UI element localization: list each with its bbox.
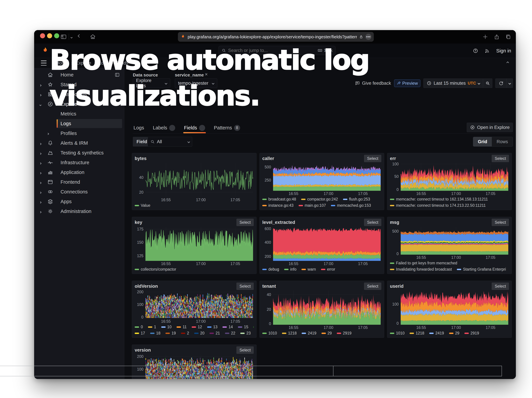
select-button[interactable]: Select — [492, 155, 509, 162]
legend-item[interactable]: flush.go:253 — [343, 197, 370, 201]
sidebar-item-alerts-irm[interactable]: Alerts & IRM — [34, 138, 124, 148]
legend-item[interactable]: 10 — [161, 325, 172, 329]
sidebar-item-profiles[interactable]: Profiles — [34, 128, 124, 138]
time-range-picker[interactable]: Last 15 minutes UTC — [423, 79, 483, 88]
select-button[interactable]: Select — [236, 283, 254, 290]
legend-item[interactable]: warn — [302, 267, 316, 272]
breadcrumb-home[interactable]: Home — [56, 61, 68, 66]
sidebar-item-application[interactable]: Application — [34, 168, 124, 177]
window-close-button[interactable] — [40, 33, 45, 38]
select-button[interactable]: Select — [236, 219, 254, 226]
tab-patterns[interactable]: Patterns8 — [213, 122, 241, 133]
legend-item[interactable]: 1 — [148, 325, 156, 329]
legend-item[interactable]: broadcast.go:48 — [262, 197, 296, 201]
zoom-out-button[interactable] — [483, 79, 492, 88]
legend-item[interactable]: 16 — [253, 325, 254, 329]
give-feedback-button[interactable]: Give feedback — [355, 81, 391, 86]
legend-item[interactable]: 13 — [207, 325, 218, 329]
help-icon[interactable] — [473, 48, 478, 54]
legend-item[interactable]: 0 — [135, 325, 143, 329]
legend-item[interactable]: instance.go:43 — [262, 203, 294, 208]
select-button[interactable]: Select — [492, 219, 509, 226]
sidebar-item-logs[interactable]: Logs — [34, 119, 124, 128]
legend-item[interactable]: Failed to get keys from memcached — [390, 261, 457, 265]
legend-item[interactable]: 19 — [165, 331, 176, 336]
legend-item[interactable]: compactor.go:242 — [301, 197, 338, 201]
refresh-interval-button[interactable] — [507, 79, 513, 88]
tab-logs[interactable]: Logs — [133, 122, 145, 133]
collapse-icon[interactable] — [507, 61, 510, 65]
open-in-explore-button[interactable]: Open in Explore — [467, 123, 513, 132]
legend-item[interactable]: 15 — [238, 325, 248, 329]
legend-item[interactable]: memcache: connect timeout to 174.213.22.… — [390, 203, 486, 208]
legend-item[interactable]: error — [321, 267, 335, 272]
sign-in-button[interactable]: Sign in — [496, 48, 511, 54]
legend-item[interactable]: 12 — [192, 325, 202, 329]
address-bar[interactable]: play.grafana.org/a/grafana-lokiexplore-a… — [178, 32, 374, 42]
service-name-select[interactable]: tempo-ingester — [175, 79, 217, 88]
share-icon[interactable] — [494, 34, 500, 40]
legend-item[interactable]: debug — [262, 267, 279, 272]
menu-icon[interactable] — [41, 61, 47, 66]
select-button[interactable]: Select — [492, 283, 509, 290]
sidebar-item-infrastructure[interactable]: Infrastructure — [34, 158, 124, 168]
field-search-select[interactable]: All — [148, 137, 192, 147]
select-button[interactable]: Select — [364, 219, 381, 226]
tab-labels[interactable]: Labels — [152, 122, 176, 133]
browser-sidebar-icon[interactable] — [60, 34, 67, 40]
legend-item[interactable]: Starting Grafana Enterpri — [457, 267, 506, 272]
legend-item[interactable]: main.go:107 — [299, 203, 326, 208]
breadcrumb-fields[interactable]: Fields — [116, 61, 128, 66]
url-more-icon[interactable]: ••• — [365, 34, 371, 40]
legend-item[interactable]: 21 — [209, 331, 220, 336]
view-option-grid[interactable]: Grid — [473, 137, 492, 146]
legend-item[interactable]: 1218 — [282, 331, 297, 336]
tab-overview-icon[interactable] — [505, 34, 511, 40]
legend-item[interactable]: collectors/compactor — [135, 267, 176, 272]
tab-fields[interactable]: Fields — [183, 122, 206, 133]
legend-item[interactable]: 23 — [240, 331, 251, 336]
legend-item[interactable]: 2 — [181, 331, 189, 336]
select-button[interactable]: Select — [236, 346, 254, 354]
legend-item[interactable]: memcached.go:153 — [331, 203, 371, 208]
legend-item[interactable]: 14 — [222, 325, 233, 329]
window-minimize-button[interactable] — [47, 33, 52, 38]
legend-item[interactable]: 22 — [225, 331, 235, 336]
select-button[interactable]: Select — [364, 155, 381, 162]
legend-item[interactable]: 20 — [194, 331, 205, 336]
sidebar-item-apps[interactable]: Apps — [34, 197, 124, 206]
sidebar-chevron-icon[interactable] — [71, 36, 72, 39]
refresh-button[interactable] — [495, 79, 507, 88]
sidebar-item-administration[interactable]: Administration — [34, 206, 124, 216]
sidebar-item-starred[interactable]: Starred — [34, 80, 124, 89]
legend-item[interactable]: Value — [135, 203, 150, 208]
new-tab-icon[interactable] — [482, 34, 488, 40]
sidebar-item-metrics[interactable]: Metrics — [34, 109, 124, 119]
legend-item[interactable]: info — [284, 267, 297, 272]
grafana-logo-icon[interactable] — [41, 47, 49, 55]
back-icon[interactable] — [78, 35, 81, 38]
breadcrumb-logs[interactable]: Logs — [99, 61, 109, 66]
search-input[interactable] — [228, 48, 316, 53]
sidebar-item-dashboards[interactable]: Dashboards — [34, 89, 124, 99]
legend-item[interactable]: 1010 — [262, 331, 277, 336]
select-button[interactable]: Select — [364, 283, 381, 290]
browser-home-icon[interactable] — [90, 33, 96, 40]
data-source-select[interactable]: Explore Logs — [133, 79, 170, 88]
legend-item[interactable]: memcache: connect timeout to 162.134.158… — [390, 197, 488, 201]
breadcrumb-explore[interactable]: Explore — [76, 61, 91, 66]
view-option-rows[interactable]: Rows — [492, 137, 513, 146]
legend-item[interactable]: 17 — [135, 331, 145, 336]
search-box[interactable]: ⌘+k — [219, 46, 336, 55]
sidebar-item-frontend[interactable]: Frontend — [34, 177, 124, 187]
sidebar-item-testing-synthetics[interactable]: Testing & synthetics — [34, 148, 124, 158]
legend-item[interactable]: 2919 — [464, 331, 479, 336]
legend-item[interactable]: 2419 — [429, 331, 444, 336]
legend-item[interactable]: Invalidating forwarded broadcast — [390, 267, 452, 272]
legend-item[interactable]: 11 — [177, 325, 187, 329]
legend-item[interactable]: 18 — [150, 331, 161, 336]
legend-item[interactable]: 29 — [322, 331, 332, 336]
remove-filter-icon[interactable]: × — [205, 71, 208, 77]
sidebar-item-home[interactable]: Home — [34, 70, 124, 80]
legend-item[interactable]: 1010 — [390, 331, 405, 336]
